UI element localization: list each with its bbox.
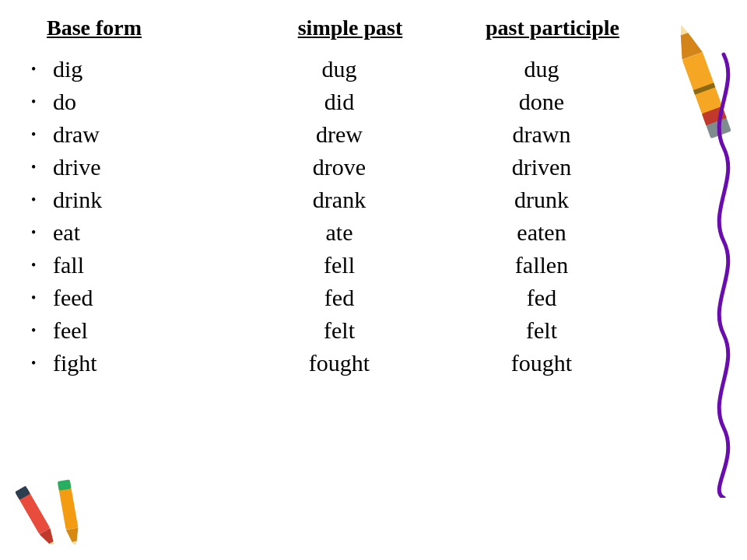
past-word-5: ate — [238, 219, 440, 246]
word-row-2: •drawdrewdrawn — [31, 121, 724, 148]
base-word-4: drink — [53, 187, 238, 213]
base-word-9: fight — [53, 350, 238, 376]
base-word-0: dig — [53, 56, 238, 82]
participle-word-9: fought — [440, 350, 643, 376]
participle-word-3: driven — [440, 154, 643, 180]
header-past: simple past — [249, 16, 451, 40]
past-word-0: dug — [238, 56, 440, 82]
participle-word-0: dug — [440, 56, 643, 82]
word-row-4: •drinkdrankdrunk — [31, 187, 724, 213]
word-row-9: •fightfoughtfought — [31, 350, 724, 376]
word-row-0: •digdugdug — [31, 56, 724, 82]
word-row-1: •dodiddone — [31, 89, 724, 115]
past-word-1: did — [238, 89, 440, 115]
past-word-3: drove — [238, 154, 440, 180]
base-word-7: feed — [53, 285, 238, 311]
base-word-3: drive — [53, 154, 238, 180]
past-word-6: fell — [238, 252, 440, 278]
word-row-7: •feedfedfed — [31, 285, 724, 311]
bullet-3: • — [31, 159, 47, 176]
base-word-6: fall — [53, 252, 238, 278]
participle-word-4: drunk — [440, 187, 643, 213]
participle-word-1: done — [440, 89, 643, 115]
word-row-3: •drivedrovedriven — [31, 154, 724, 180]
past-word-9: fought — [238, 350, 440, 376]
main-container: Base form simple past past participle •d… — [0, 0, 747, 398]
bullet-7: • — [31, 290, 47, 306]
bullet-8: • — [31, 323, 47, 339]
header-participle: past participle — [451, 16, 654, 40]
participle-word-7: fed — [440, 285, 643, 311]
svg-marker-11 — [66, 527, 81, 543]
header-base: Base form — [47, 16, 249, 40]
word-table: •digdugdug•dodiddone•drawdrewdrawn•drive… — [23, 56, 724, 376]
bullet-9: • — [31, 355, 47, 372]
participle-word-8: felt — [440, 317, 643, 344]
word-row-8: •feelfeltfelt — [31, 317, 724, 344]
participle-word-6: fallen — [440, 252, 643, 278]
header-row: Base form simple past past participle — [23, 16, 724, 40]
base-word-1: do — [53, 89, 238, 115]
base-word-5: eat — [53, 219, 238, 246]
base-word-2: draw — [53, 121, 238, 148]
word-row-5: •eatateeaten — [31, 219, 724, 246]
bullet-0: • — [31, 61, 47, 78]
bullet-1: • — [31, 94, 47, 110]
past-word-2: drew — [238, 121, 440, 148]
bullet-6: • — [31, 257, 47, 274]
past-word-7: fed — [238, 285, 440, 311]
bullet-5: • — [31, 225, 47, 241]
wavy-line-decoration — [700, 47, 747, 498]
bullet-2: • — [31, 127, 47, 143]
word-row-6: •fallfellfallen — [31, 252, 724, 278]
crayons-decoration-bottom-left — [16, 467, 117, 544]
participle-word-2: drawn — [440, 121, 643, 148]
base-word-8: feel — [53, 317, 238, 344]
past-word-8: felt — [238, 317, 440, 344]
past-word-4: drank — [238, 187, 440, 213]
bullet-4: • — [31, 192, 47, 208]
participle-word-5: eaten — [440, 219, 643, 246]
